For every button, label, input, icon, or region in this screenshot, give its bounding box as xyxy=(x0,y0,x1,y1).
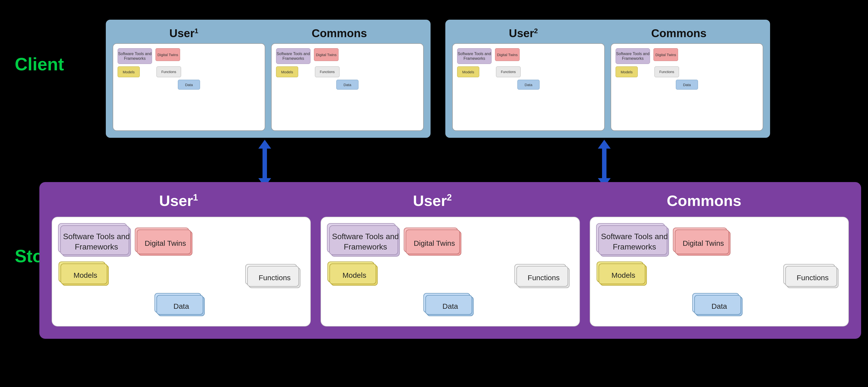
client-commons1-title: Commons xyxy=(312,27,367,40)
client-u2-functions: Functions xyxy=(496,66,521,77)
client-label: Client xyxy=(15,54,64,74)
storage-u1-dt: Digital Twins xyxy=(138,231,192,256)
client-group-2: User2 Commons Software Tools and Framewo… xyxy=(445,20,770,138)
storage-u1-sf: Software Tools and Frameworks xyxy=(62,227,131,257)
storage-user1-title: User1 xyxy=(159,192,198,209)
storage-user2-title: User2 xyxy=(413,192,452,209)
client-u2-models: Models xyxy=(457,66,479,77)
client-c2-data: Data xyxy=(676,80,698,90)
storage-c-data: Data xyxy=(696,296,743,316)
client-c1-sf: Software Tools and Frameworks xyxy=(276,48,310,64)
storage-box-user1: Software Tools and Frameworks Digital Tw… xyxy=(52,217,311,326)
storage-box-commons: Software Tools and Frameworks Digital Tw… xyxy=(590,217,849,326)
storage-u2-functions: Functions xyxy=(518,267,569,288)
client-user1-title: User1 xyxy=(169,27,198,40)
client-c1-dt: Digital Twins xyxy=(314,48,339,61)
storage-c-functions: Functions xyxy=(787,267,838,288)
client-u1-sf: Software Tools and Frameworks xyxy=(118,48,152,64)
storage-area: User1 User2 Commons Software Tools and F… xyxy=(39,182,861,339)
storage-u2-sf: Software Tools and Frameworks xyxy=(331,227,400,257)
client-c2-models: Models xyxy=(616,66,638,77)
storage-c-dt: Digital Twins xyxy=(676,231,731,256)
storage-box-user2: Software Tools and Frameworks Digital Tw… xyxy=(320,217,580,326)
client-c2-dt: Digital Twins xyxy=(653,48,678,61)
client-u2-dt: Digital Twins xyxy=(495,48,520,61)
client-commons2-title: Commons xyxy=(651,27,707,40)
client-area: User1 Commons Software Tools and Framewo… xyxy=(106,20,859,138)
client-commons2-box: Software Tools and Frameworks Digital Tw… xyxy=(611,43,763,131)
client-c1-models: Models xyxy=(276,66,298,77)
client-user2-box: Software Tools and Frameworks Digital Tw… xyxy=(452,43,605,131)
storage-u1-functions: Functions xyxy=(249,267,301,288)
client-u1-data: Data xyxy=(178,80,200,90)
client-u2-data: Data xyxy=(518,80,539,90)
storage-u1-data: Data xyxy=(158,296,205,316)
storage-c-models: Models xyxy=(600,265,647,286)
client-c1-data: Data xyxy=(336,80,359,90)
client-group-1: User1 Commons Software Tools and Framewo… xyxy=(106,20,431,138)
client-commons1-box: Software Tools and Frameworks Digital Tw… xyxy=(271,43,424,131)
client-c2-sf: Software Tools and Frameworks xyxy=(616,48,650,64)
storage-c-sf: Software Tools and Frameworks xyxy=(600,227,669,257)
storage-commons-title: Commons xyxy=(667,192,741,209)
client-u1-functions: Functions xyxy=(156,66,181,77)
client-c1-functions: Functions xyxy=(315,66,340,77)
client-u1-dt: Digital Twins xyxy=(155,48,180,61)
arrow-2 xyxy=(598,140,611,187)
client-u2-sf: Software Tools and Frameworks xyxy=(457,48,492,64)
client-user1-box: Software Tools and Frameworks Digital Tw… xyxy=(113,43,265,131)
arrow-1 xyxy=(258,140,271,187)
client-user2-title: User2 xyxy=(509,27,538,40)
storage-u2-models: Models xyxy=(331,265,378,286)
storage-u2-dt: Digital Twins xyxy=(407,231,461,256)
storage-u2-data: Data xyxy=(427,296,474,316)
storage-u1-models: Models xyxy=(62,265,109,286)
client-u1-models: Models xyxy=(118,66,140,77)
client-c2-functions: Functions xyxy=(654,66,679,77)
